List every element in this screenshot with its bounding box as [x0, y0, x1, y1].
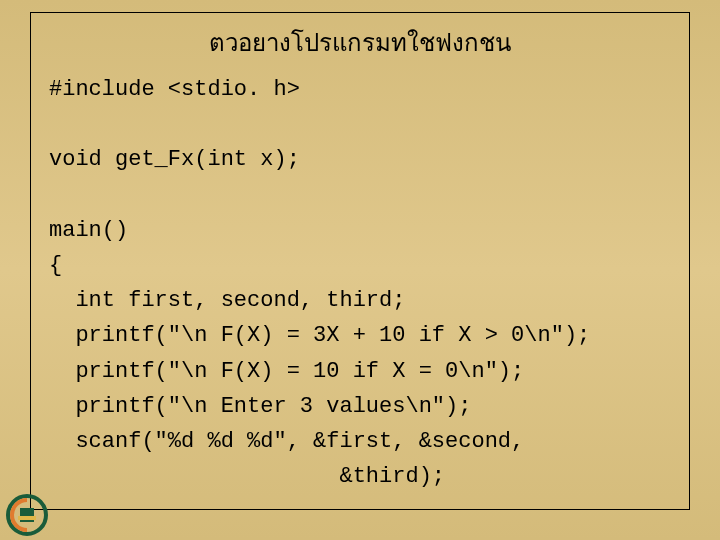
code-line: printf("\n Enter 3 values\n");	[49, 394, 471, 419]
code-line: &third);	[49, 464, 445, 489]
code-block: #include <stdio. h> void get_Fx(int x); …	[49, 72, 671, 494]
code-line: printf("\n F(X) = 3X + 10 if X > 0\n");	[49, 323, 590, 348]
svg-rect-2	[18, 516, 36, 520]
slide-title: ตวอยางโปรแกรมทใชฟงกชน	[49, 23, 671, 62]
content-frame: ตวอยางโปรแกรมทใชฟงกชน #include <stdio. h…	[30, 12, 690, 510]
code-line: printf("\n F(X) = 10 if X = 0\n");	[49, 359, 524, 384]
code-line: #include <stdio. h>	[49, 77, 300, 102]
code-line: int first, second, third;	[49, 288, 405, 313]
code-line: {	[49, 253, 62, 278]
code-line: void get_Fx(int x);	[49, 147, 300, 172]
code-line: scanf("%d %d %d", &first, &second,	[49, 429, 524, 454]
logo-icon	[6, 494, 48, 536]
code-line: main()	[49, 218, 128, 243]
